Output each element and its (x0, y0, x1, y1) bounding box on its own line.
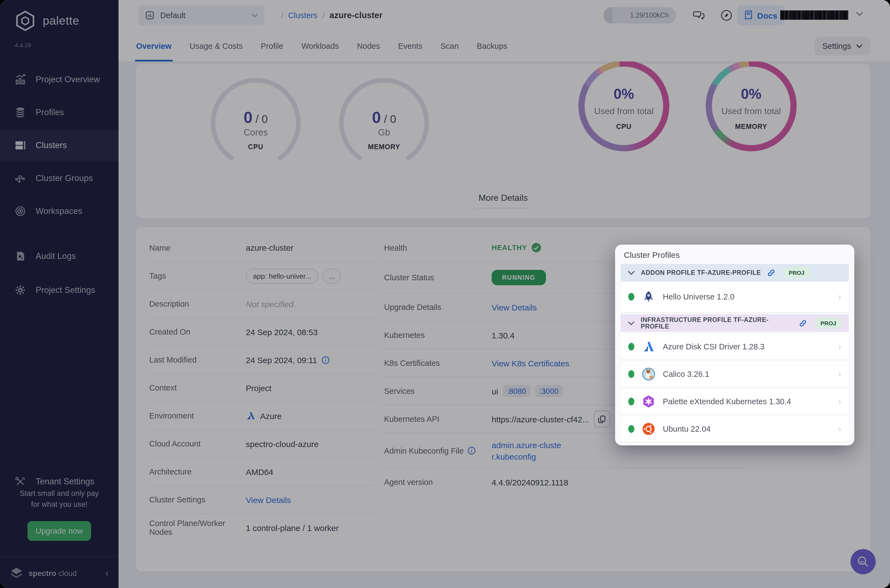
chevron-right-icon: › (838, 369, 841, 379)
audit-log-icon (14, 250, 26, 262)
search-fab-button[interactable] (851, 549, 876, 574)
chevron-down-icon (628, 321, 635, 326)
donut-ring (705, 60, 797, 152)
upgrade-view-details-link[interactable]: View Details (492, 303, 537, 312)
detail-row-cloud-account: Cloud Account spectro-cloud-azure (149, 429, 375, 458)
tab-workloads[interactable]: Workloads (302, 31, 339, 62)
chevron-down-icon (251, 13, 258, 18)
proj-scope-badge: PROJ (783, 267, 810, 278)
project-icon (145, 10, 155, 20)
project-selector[interactable]: Default (138, 6, 264, 25)
sidebar-collapse-button[interactable]: ‹ (105, 567, 109, 579)
cpu-gauge-caption: CPU (211, 143, 301, 151)
tag-pill[interactable]: app: hello-univer... (246, 268, 318, 283)
palette-logo-icon (14, 10, 36, 32)
sidebar-item-clusters[interactable]: Clusters (0, 130, 119, 161)
detail-row-tags: Tags app: hello-univer... ... (149, 262, 375, 290)
copy-button[interactable] (593, 411, 610, 427)
infrastructure-profile-section-header[interactable]: INFRASTRUCTURE PROFILE TF-AZURE-PROFILE … (621, 314, 849, 332)
breadcrumb-separator: / (281, 11, 283, 20)
profile-row-ubuntu[interactable]: Ubuntu 22.04 › (621, 416, 849, 441)
cpu-donut-percent: 0% (578, 86, 669, 103)
sidebar-item-cluster-groups[interactable]: Cluster Groups (0, 163, 119, 194)
sidebar-item-label: Workspaces (36, 206, 82, 216)
tag-more-pill[interactable]: ... (323, 268, 341, 283)
tab-profile[interactable]: Profile (261, 31, 283, 62)
settings-button[interactable]: Settings (815, 37, 870, 56)
addon-profile-section-header[interactable]: ADDON PROFILE TF-AZURE-PROFILE PROJ (621, 264, 849, 281)
tab-overview[interactable]: Overview (136, 31, 171, 62)
sidebar: palette 4.4.19 Project Overview Profiles (0, 0, 119, 588)
detail-row-agent-version: Agent version 4.4.9/20240912.1118 (384, 468, 746, 496)
chat-icon[interactable] (692, 9, 705, 22)
breadcrumb-separator: / (323, 11, 324, 20)
link-icon[interactable] (799, 319, 807, 327)
info-icon[interactable] (321, 356, 330, 364)
metrics-card: 0 / 0 Cores CPU 0 / 0 Gb MEMORY 0% Used … (136, 64, 870, 218)
profile-row-palette-extended-kubernetes[interactable]: Palette eXtended Kubernetes 1.30.4 › (621, 389, 849, 414)
detail-row-name: Name azure-cluster (149, 234, 375, 262)
settings-label: Settings (822, 42, 851, 51)
usage-meter-value: 1.29/100kCh (630, 7, 669, 24)
profile-row-azure-disk-csi[interactable]: Azure Disk CSI Driver 1.28.3 › (621, 334, 849, 359)
sidebar-divider (0, 556, 119, 557)
server-icon (14, 140, 26, 152)
service-port-link-3000[interactable]: :3000 (535, 385, 563, 397)
tab-scan[interactable]: Scan (441, 31, 459, 62)
upsell-promo-text: Start small and only pay for what you us… (0, 488, 119, 510)
upgrade-now-button[interactable]: Upgrade now (27, 521, 91, 541)
memory-donut-caption: MEMORY (705, 123, 797, 130)
app-title: palette (43, 14, 79, 27)
sidebar-item-label: Profiles (36, 108, 64, 117)
tab-nodes[interactable]: Nodes (357, 31, 380, 62)
docs-label: Docs (757, 11, 777, 20)
chevron-right-icon: › (838, 292, 841, 302)
profile-row-label: Azure Disk CSI Driver 1.28.3 (663, 342, 765, 351)
sidebar-item-workspaces[interactable]: Workspaces (0, 196, 119, 226)
brand-logo[interactable]: palette (14, 10, 79, 32)
service-port-link-8080[interactable]: :8080 (502, 385, 530, 397)
hello-universe-icon (641, 290, 656, 304)
user-account-redacted[interactable] (780, 10, 848, 20)
docs-button[interactable]: Docs (737, 6, 784, 25)
project-selector-value: Default (160, 11, 185, 20)
link-icon[interactable] (767, 268, 775, 277)
info-icon[interactable] (467, 447, 476, 455)
sidebar-item-label: Tenant Settings (36, 477, 95, 486)
cpu-donut-label: Used from total (578, 106, 669, 116)
status-dot-green (628, 370, 634, 378)
detail-row-description: Description Not specified. (149, 290, 375, 318)
chevron-down-icon (628, 270, 635, 275)
profile-row-hello-universe[interactable]: Hello Universe 1.2.0 › (621, 281, 849, 312)
cluster-tabs-bar: Overview Usage & Costs Profile Workloads… (119, 31, 890, 62)
sidebar-item-label: Project Settings (36, 285, 95, 295)
cpu-gauge: 0 / 0 Cores CPU (211, 78, 301, 177)
tab-usage-costs[interactable]: Usage & Costs (189, 31, 243, 62)
popup-title: Cluster Profiles (621, 249, 849, 264)
compass-icon[interactable] (720, 9, 733, 22)
breadcrumb-link-clusters[interactable]: Clusters (288, 11, 317, 20)
chevron-right-icon: › (838, 424, 841, 434)
usage-meter-pill[interactable]: 1.29/100kCh (603, 7, 676, 24)
more-details-button[interactable]: More Details (136, 193, 870, 208)
memory-donut-percent: 0% (705, 86, 797, 103)
view-k8s-certificates-link[interactable]: View K8s Certificates (492, 358, 569, 368)
sidebar-item-project-overview[interactable]: Project Overview (0, 64, 119, 95)
sidebar-item-project-settings[interactable]: Project Settings (0, 275, 119, 306)
profile-row-calico[interactable]: Calico 3.26.1 › (621, 362, 849, 387)
chevron-down-icon[interactable] (856, 12, 863, 16)
cluster-settings-view-details-link[interactable]: View Details (246, 495, 291, 504)
status-dot-green (628, 398, 634, 405)
sidebar-item-profiles[interactable]: Profiles (0, 97, 119, 128)
network-icon (14, 172, 26, 184)
workspaces-icon (14, 205, 26, 217)
memory-donut-label: Used from total (705, 106, 797, 116)
spectro-cloud-brand: spectro cloud ‹ (0, 560, 119, 587)
tab-events[interactable]: Events (398, 31, 423, 62)
cluster-profiles-popup: Cluster Profiles ADDON PROFILE TF-AZURE-… (615, 244, 854, 446)
sidebar-item-audit-logs[interactable]: Audit Logs (0, 241, 119, 272)
tab-backups[interactable]: Backups (477, 31, 507, 62)
kubeconfig-download-link[interactable]: admin.azure-cluster.kubeconfig (492, 439, 564, 462)
layers-icon (14, 106, 26, 118)
sidebar-item-label: Clusters (36, 140, 67, 150)
